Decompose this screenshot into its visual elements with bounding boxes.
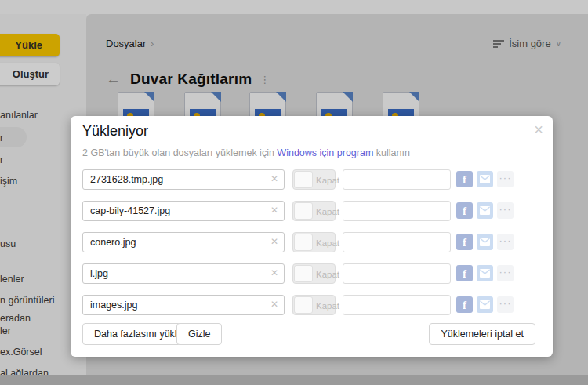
dialog-title: Yükleniyor xyxy=(82,123,148,140)
share-link-field xyxy=(343,232,451,252)
filename-field-wrap: ✕ xyxy=(82,201,285,221)
mail-icon[interactable] xyxy=(477,202,493,219)
facebook-icon[interactable]: f xyxy=(456,265,473,281)
mail-icon[interactable] xyxy=(477,265,493,281)
more-options-icon[interactable]: ··· xyxy=(497,265,514,281)
filename-input[interactable] xyxy=(82,232,285,252)
size-limit-note: 2 GB'tan büyük olan dosyaları yüklemek i… xyxy=(82,147,410,158)
cancel-uploads-button[interactable]: Yüklemeleri iptal et xyxy=(429,323,535,345)
hide-button[interactable]: Gizle xyxy=(176,323,222,345)
more-options-icon[interactable]: ··· xyxy=(497,202,514,219)
upload-row: ✕ Kapat f ··· xyxy=(71,169,553,190)
filename-input[interactable] xyxy=(82,201,285,221)
facebook-icon[interactable]: f xyxy=(456,296,473,313)
toggle-label: Kapat xyxy=(316,207,339,216)
clear-icon[interactable]: ✕ xyxy=(270,300,278,309)
upload-row: ✕ Kapat f ··· xyxy=(71,201,553,221)
toggle-knob xyxy=(294,234,313,251)
windows-program-link[interactable]: Windows için program xyxy=(277,147,373,158)
access-toggle[interactable]: Kapat xyxy=(292,201,336,221)
filename-field-wrap: ✕ xyxy=(82,169,285,190)
upload-row: ✕ Kapat f ··· xyxy=(71,295,553,315)
access-toggle[interactable]: Kapat xyxy=(292,169,336,190)
more-options-icon[interactable]: ··· xyxy=(497,296,514,313)
filename-input[interactable] xyxy=(82,263,285,284)
mail-icon[interactable] xyxy=(477,171,493,187)
facebook-icon[interactable]: f xyxy=(456,234,473,250)
share-link-field xyxy=(343,169,451,190)
upload-row: ✕ Kapat f ··· xyxy=(71,263,553,284)
clear-icon[interactable]: ✕ xyxy=(270,268,278,278)
share-link-field xyxy=(343,295,451,315)
clear-icon[interactable]: ✕ xyxy=(270,205,278,215)
toggle-label: Kapat xyxy=(316,176,339,185)
toggle-knob xyxy=(294,171,313,188)
facebook-icon[interactable]: f xyxy=(456,171,473,187)
access-toggle[interactable]: Kapat xyxy=(292,232,336,252)
toggle-label: Kapat xyxy=(316,238,339,248)
filename-input[interactable] xyxy=(82,295,285,315)
toggle-knob xyxy=(294,202,313,220)
share-link-field xyxy=(343,263,451,284)
access-toggle[interactable]: Kapat xyxy=(292,295,336,315)
upload-dialog: Yükleniyor × 2 GB'tan büyük olan dosyala… xyxy=(71,116,553,357)
note-prefix: 2 GB'tan büyük olan dosyaları yüklemek i… xyxy=(82,147,277,158)
mail-icon[interactable] xyxy=(477,234,493,250)
more-options-icon[interactable]: ··· xyxy=(497,234,514,250)
note-suffix: kullanın xyxy=(373,147,410,158)
toggle-label: Kapat xyxy=(316,301,339,311)
clear-icon[interactable]: ✕ xyxy=(270,174,278,183)
share-link-field xyxy=(343,201,451,221)
filename-field-wrap: ✕ xyxy=(82,263,285,284)
filename-field-wrap: ✕ xyxy=(82,295,285,315)
toggle-knob xyxy=(294,265,313,282)
clear-icon[interactable]: ✕ xyxy=(270,237,278,246)
upload-row: ✕ Kapat f ··· xyxy=(71,232,553,252)
toggle-label: Kapat xyxy=(316,270,339,279)
access-toggle[interactable]: Kapat xyxy=(292,263,336,284)
filename-input[interactable] xyxy=(82,169,285,190)
facebook-icon[interactable]: f xyxy=(456,202,473,219)
close-icon[interactable]: × xyxy=(534,122,543,137)
filename-field-wrap: ✕ xyxy=(82,232,285,252)
more-options-icon[interactable]: ··· xyxy=(497,171,514,187)
mail-icon[interactable] xyxy=(477,296,493,313)
toggle-knob xyxy=(294,296,313,314)
